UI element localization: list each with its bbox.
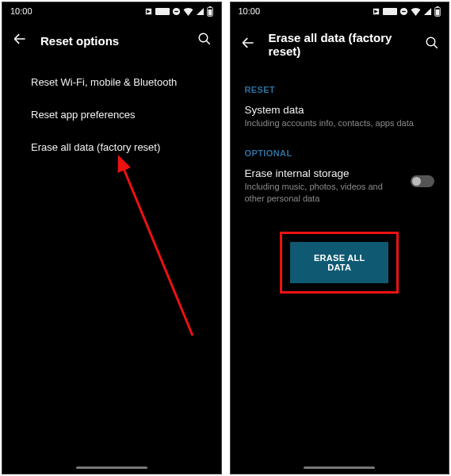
reset-app-prefs-option[interactable]: Reset app preferences bbox=[2, 98, 221, 131]
section-optional: OPTIONAL bbox=[231, 137, 449, 163]
svg-rect-5 bbox=[208, 9, 212, 14]
wifi-icon bbox=[411, 7, 421, 16]
erase-storage-row[interactable]: Erase internal storage Including music, … bbox=[231, 163, 449, 213]
status-icons bbox=[372, 6, 441, 17]
list-item-label: Reset app preferences bbox=[31, 109, 136, 121]
nfc-icon bbox=[144, 7, 153, 16]
row-title: System data bbox=[245, 104, 435, 116]
button-label: ERASE ALL DATA bbox=[314, 253, 365, 272]
battery-icon bbox=[207, 6, 213, 17]
vibrate-icon bbox=[155, 8, 170, 15]
back-icon[interactable] bbox=[240, 35, 258, 54]
list-item-label: Reset Wi-Fi, mobile & Bluetooth bbox=[31, 76, 177, 88]
svg-rect-9 bbox=[383, 8, 397, 15]
page-title: Reset options bbox=[40, 34, 194, 48]
svg-point-15 bbox=[426, 37, 435, 46]
status-bar: 10:00 bbox=[231, 2, 449, 20]
clock: 10:00 bbox=[10, 6, 32, 16]
signal-icon bbox=[196, 7, 204, 16]
page-title: Erase all data (factory reset) bbox=[269, 31, 422, 58]
svg-line-7 bbox=[206, 40, 210, 44]
nfc-icon bbox=[372, 7, 380, 16]
reset-wifi-option[interactable]: Reset Wi-Fi, mobile & Bluetooth bbox=[2, 66, 221, 98]
signal-icon bbox=[423, 7, 432, 16]
vibrate-icon bbox=[383, 8, 397, 15]
svg-line-16 bbox=[434, 44, 438, 48]
search-icon[interactable] bbox=[422, 36, 439, 53]
title-bar: Erase all data (factory reset) bbox=[231, 20, 449, 69]
svg-rect-4 bbox=[208, 6, 211, 8]
svg-line-8 bbox=[119, 157, 193, 336]
search-icon[interactable] bbox=[194, 32, 212, 49]
system-data-row[interactable]: System data Including accounts info, con… bbox=[231, 99, 449, 137]
title-bar: Reset options bbox=[2, 20, 221, 61]
svg-rect-13 bbox=[437, 6, 439, 8]
erase-all-data-button[interactable]: ERASE ALL DATA bbox=[290, 242, 388, 283]
annotation-highlight: ERASE ALL DATA bbox=[280, 232, 399, 294]
phone-left: 10:00 Reset options Reset Wi-Fi, mobile … bbox=[2, 2, 222, 474]
svg-point-6 bbox=[199, 33, 208, 42]
erase-storage-toggle[interactable] bbox=[411, 175, 434, 187]
svg-rect-0 bbox=[155, 8, 170, 15]
svg-rect-14 bbox=[436, 9, 440, 14]
status-icons bbox=[144, 6, 213, 17]
status-bar: 10:00 bbox=[2, 2, 221, 20]
row-subtitle: Including accounts info, contacts, apps … bbox=[245, 117, 435, 129]
svg-rect-2 bbox=[174, 10, 178, 11]
section-reset: RESET bbox=[231, 74, 449, 99]
erase-content: RESET System data Including accounts inf… bbox=[231, 69, 449, 294]
dnd-icon bbox=[172, 7, 181, 16]
home-indicator[interactable] bbox=[76, 466, 147, 469]
wifi-icon bbox=[183, 7, 193, 16]
list-item-label: Erase all data (factory reset) bbox=[31, 141, 160, 153]
battery-icon bbox=[434, 6, 441, 17]
erase-all-data-option[interactable]: Erase all data (factory reset) bbox=[2, 131, 221, 163]
clock: 10:00 bbox=[239, 6, 261, 16]
back-icon[interactable] bbox=[12, 31, 29, 50]
row-subtitle: Including music, photos, videos and othe… bbox=[245, 181, 405, 205]
svg-rect-11 bbox=[402, 10, 406, 11]
home-indicator[interactable] bbox=[304, 466, 375, 469]
phone-right: 10:00 Erase all data (factory reset) RES… bbox=[230, 2, 450, 474]
options-list: Reset Wi-Fi, mobile & Bluetooth Reset ap… bbox=[2, 61, 221, 163]
row-title: Erase internal storage bbox=[245, 167, 405, 179]
dnd-icon bbox=[399, 7, 408, 16]
